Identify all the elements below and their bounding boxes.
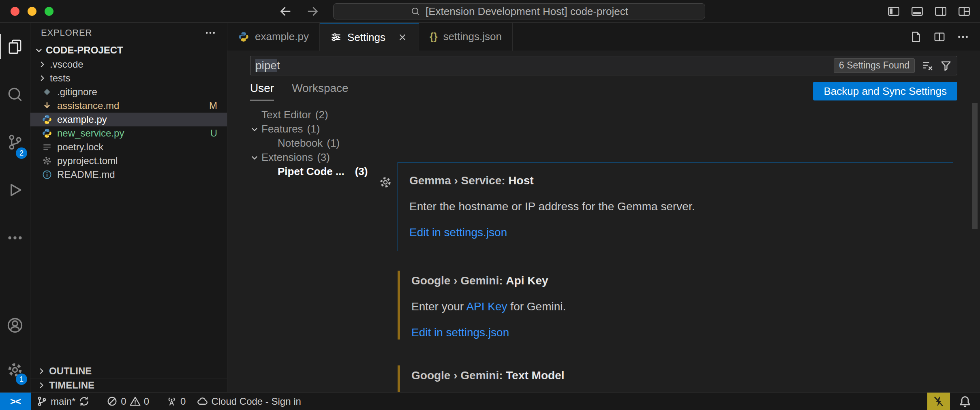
scope-tab-workspace[interactable]: Workspace <box>292 82 349 100</box>
setting-gemini-text-model[interactable]: Google › Gemini: Text Model <box>398 365 953 392</box>
tree-item-readme-md[interactable]: README.md <box>30 168 227 182</box>
history-nav <box>279 4 319 18</box>
setting-description: Enter the hostname or IP address for the… <box>409 200 941 214</box>
explorer-icon[interactable] <box>0 23 30 70</box>
settings-badge: 1 <box>16 374 27 385</box>
clear-search-filters-icon[interactable] <box>921 60 933 72</box>
split-editor-icon[interactable] <box>933 30 946 43</box>
setting-title: Google › Gemini: Text Model <box>411 369 942 382</box>
edit-in-settings-json-link[interactable]: Edit in settings.json <box>409 226 941 239</box>
search-icon <box>410 6 421 17</box>
editor-group: example.py Settings {} settings.json <box>227 23 980 392</box>
source-control-icon[interactable]: 2 <box>0 118 30 166</box>
setting-title: Gemma › Service: Host <box>409 174 941 188</box>
settings-editor: pipet 6 Settings Found User Workspace <box>227 51 980 392</box>
back-icon[interactable] <box>279 4 293 18</box>
run-debug-icon[interactable] <box>0 166 30 214</box>
settings-list: Gemma › Service: Host Enter the hostname… <box>398 108 980 392</box>
toggle-panel-icon[interactable] <box>910 4 924 18</box>
tab-settings-json[interactable]: {} settings.json <box>419 23 513 51</box>
command-center[interactable]: [Extension Development Host] code-projec… <box>333 3 705 19</box>
cloud-code-status[interactable]: Cloud Code - Sign in <box>191 393 306 410</box>
python-file-icon <box>42 128 52 139</box>
tree-item-tests[interactable]: tests <box>30 71 227 85</box>
more-views-icon[interactable] <box>0 214 30 262</box>
git-file-icon <box>42 87 52 97</box>
scope-tab-user[interactable]: User <box>250 82 274 100</box>
sync-icon <box>79 396 90 407</box>
window-controls <box>11 7 53 16</box>
edit-in-settings-json-link[interactable]: Edit in settings.json <box>411 326 942 340</box>
git-branch-icon <box>36 396 47 407</box>
tree-item-assistance-md[interactable]: assistance.md M <box>30 99 227 113</box>
setting-gear-icon[interactable] <box>379 175 392 189</box>
tree-item-vscode[interactable]: .vscode <box>30 58 227 71</box>
tree-item-new-service-py[interactable]: new_service.py U <box>30 126 227 140</box>
customize-layout-icon[interactable] <box>957 4 971 18</box>
project-section-header[interactable]: CODE-PROJECT <box>30 43 227 58</box>
tab-label: Settings <box>347 31 385 44</box>
tab-settings[interactable]: Settings <box>320 23 419 51</box>
forward-icon[interactable] <box>306 4 319 18</box>
tab-example-py[interactable]: example.py <box>227 23 320 51</box>
open-settings-json-icon[interactable] <box>909 30 922 43</box>
git-untracked-badge: U <box>210 128 217 139</box>
minimize-window-button[interactable] <box>28 7 36 16</box>
toc-notebook[interactable]: Notebook(1) <box>250 136 398 150</box>
chevron-down-icon <box>250 125 261 134</box>
tree-item-pyproject-toml[interactable]: pyproject.toml <box>30 154 227 168</box>
settings-scrollbar[interactable] <box>972 103 978 229</box>
git-branch-status[interactable]: main* <box>31 393 95 410</box>
timeline-panel-header[interactable]: TIMELINE <box>30 378 227 392</box>
account-icon[interactable] <box>0 303 30 348</box>
settings-sliders-icon <box>330 32 342 43</box>
chevron-right-icon <box>37 367 46 376</box>
toggle-primary-sidebar-icon[interactable] <box>887 4 901 18</box>
info-icon <box>42 169 52 180</box>
toc-pipet-code[interactable]: Pipet Code ...(3) <box>250 164 398 179</box>
api-key-link[interactable]: API Key <box>466 300 507 313</box>
toml-gear-icon <box>42 156 52 166</box>
notifications-bell[interactable] <box>950 395 980 408</box>
problems-status[interactable]: 0 0 <box>101 393 155 410</box>
sidebar-title: EXPLORER <box>41 28 92 38</box>
radio-tower-icon <box>166 396 177 407</box>
chevron-right-icon <box>37 381 46 390</box>
setting-gemma-service-host[interactable]: Gemma › Service: Host Enter the hostname… <box>398 162 953 251</box>
setting-gemini-api-key[interactable]: Google › Gemini: Api Key Enter your API … <box>398 271 953 340</box>
settings-search-input[interactable]: pipet 6 Settings Found <box>250 56 957 75</box>
settings-scope-row: User Workspace Backup and Sync Settings <box>250 82 957 101</box>
backup-sync-settings-button[interactable]: Backup and Sync Settings <box>813 82 957 100</box>
chevron-down-icon <box>34 46 43 55</box>
explorer-more-actions-icon[interactable] <box>204 27 216 39</box>
tree-item-poetry-lock[interactable]: poetry.lock <box>30 140 227 154</box>
chevron-right-icon <box>38 60 47 69</box>
python-file-icon <box>42 114 52 125</box>
python-file-icon <box>238 31 249 43</box>
toggle-secondary-sidebar-icon[interactable] <box>934 4 948 18</box>
tree-item-example-py[interactable]: example.py <box>30 113 227 126</box>
markdown-file-icon <box>42 100 52 111</box>
toc-extensions[interactable]: Extensions(3) <box>250 150 398 164</box>
title-bar: [Extension Development Host] code-projec… <box>0 0 980 23</box>
setting-description: Enter your API Key for Gemini. <box>411 300 942 314</box>
maximize-window-button[interactable] <box>45 7 53 16</box>
close-tab-icon[interactable] <box>397 32 408 43</box>
more-actions-icon[interactable] <box>956 30 969 43</box>
toc-features[interactable]: Features(1) <box>250 122 398 136</box>
filter-funnel-icon[interactable] <box>940 60 952 72</box>
layout-controls <box>887 4 971 18</box>
settings-gear-icon[interactable]: 1 <box>0 348 30 392</box>
remote-indicator[interactable]: >< <box>0 393 31 410</box>
errors-icon <box>107 396 118 407</box>
lock-file-icon <box>42 142 52 152</box>
toc-text-editor[interactable]: Text Editor(2) <box>250 108 398 122</box>
outline-panel-header[interactable]: OUTLINE <box>30 364 227 378</box>
ports-status[interactable]: 0 <box>160 393 191 410</box>
lightning-slash-status[interactable] <box>927 393 950 410</box>
cloud-icon <box>197 396 208 407</box>
tree-item-gitignore[interactable]: .gitignore <box>30 85 227 99</box>
search-sidebar-icon[interactable] <box>0 70 30 118</box>
vscode-window: [Extension Development Host] code-projec… <box>0 0 980 410</box>
close-window-button[interactable] <box>11 7 19 16</box>
